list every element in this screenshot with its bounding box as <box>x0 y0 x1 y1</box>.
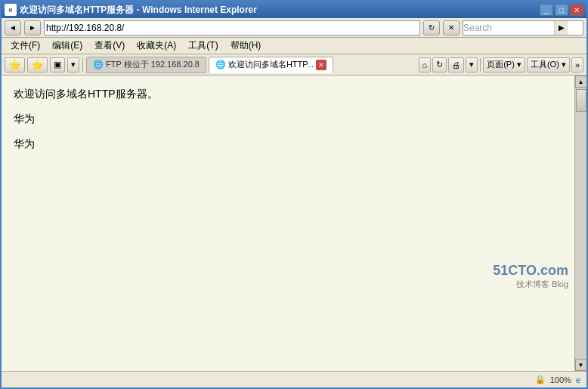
toolbar-dropdown[interactable]: ▾ <box>67 57 79 73</box>
scroll-thumb[interactable] <box>576 89 586 112</box>
menu-view[interactable]: 查看(V) <box>88 38 131 54</box>
secondary-toolbar-area: ⭐ ⭐ ▣ ▾ 🌐 FTP 根位于 192.168.20.8 🌐 欢迎访问多域名… <box>2 54 586 76</box>
tab-http-active[interactable]: 🌐 欢迎访问多域名HTTP... ✕ <box>209 57 333 73</box>
refresh-button[interactable]: ↻ <box>423 20 440 36</box>
ie-icon: e <box>5 4 17 16</box>
ie-logo-icon: e <box>576 375 580 384</box>
content-area: 欢迎访问多域名HTTP服务器。 华为 华为 51CTO.com 技术博客 Blo… <box>2 76 574 308</box>
content-line-1: 欢迎访问多域名HTTP服务器。 <box>14 85 562 103</box>
menu-file[interactable]: 文件(F) <box>5 38 46 54</box>
address-bar: ◄ ► ↻ ✕ ▶ <box>2 18 586 38</box>
watermark: 51CTO.com 技术博客 Blog <box>493 263 568 290</box>
search-wrapper: ▶ <box>463 20 583 36</box>
watermark-brand: 51CTO.com <box>493 263 568 279</box>
close-button[interactable]: ✕ <box>570 4 583 16</box>
home-button[interactable]: ⌂ <box>419 57 432 73</box>
tab-ftp-icon: 🌐 <box>93 60 104 69</box>
content-text: 欢迎访问多域名HTTP服务器。 华为 华为 <box>14 85 562 154</box>
more-button[interactable]: » <box>571 57 583 73</box>
forward-button[interactable]: ► <box>24 20 41 36</box>
search-input[interactable] <box>463 23 554 33</box>
content-wrapper: 欢迎访问多域名HTTP服务器。 华为 华为 51CTO.com 技术博客 Blo… <box>2 76 586 371</box>
tab-http-icon: 🌐 <box>215 60 226 69</box>
content-line-2: 华为 <box>14 110 562 128</box>
title-bar: e 欢迎访问多域名HTTP服务器 - Windows Internet Expl… <box>2 2 586 18</box>
browser-window: e 欢迎访问多域名HTTP服务器 - Windows Internet Expl… <box>0 0 588 389</box>
watermark-tagline: 技术博客 Blog <box>493 279 568 290</box>
content-line-3: 华为 <box>14 134 562 153</box>
search-go-button[interactable]: ▶ <box>554 21 568 35</box>
status-bar: 🔒 100% e <box>2 371 586 387</box>
menu-tools[interactable]: 工具(T) <box>182 38 224 54</box>
toolbar-separator-1 <box>82 58 83 72</box>
scrollbar-vertical[interactable]: ▲ ▼ <box>574 76 586 371</box>
address-input-wrapper <box>44 20 420 36</box>
page-button[interactable]: 页面(P) ▾ <box>483 57 525 73</box>
menu-edit[interactable]: 编辑(E) <box>46 38 88 54</box>
menu-bar: 文件(F) 编辑(E) 查看(V) 收藏夹(A) 工具(T) 帮助(H) <box>2 38 586 54</box>
address-input[interactable] <box>46 23 418 33</box>
scroll-track[interactable] <box>575 88 586 359</box>
tools-button[interactable]: 工具(O) ▾ <box>527 57 570 73</box>
status-icons: 🔒 100% e <box>535 375 580 384</box>
rss-button[interactable]: ▣ <box>50 57 65 73</box>
feeds-button[interactable]: ↻ <box>432 57 447 73</box>
title-bar-controls: _ □ ✕ <box>540 4 583 16</box>
minimize-button[interactable]: _ <box>540 4 553 16</box>
zoom-level: 100% <box>550 375 571 384</box>
tab-http-label: 欢迎访问多域名HTTP... <box>228 59 314 70</box>
add-favorites-button[interactable]: ⭐ <box>27 57 48 73</box>
menu-favorites[interactable]: 收藏夹(A) <box>131 38 182 54</box>
title-bar-left: e 欢迎访问多域名HTTP服务器 - Windows Internet Expl… <box>5 4 257 17</box>
protected-mode-icon: 🔒 <box>535 375 546 384</box>
window-title: 欢迎访问多域名HTTP服务器 - Windows Internet Explor… <box>20 4 257 17</box>
favorites-star-button[interactable]: ⭐ <box>5 57 25 73</box>
tab-close-button[interactable]: ✕ <box>316 60 326 70</box>
menu-help[interactable]: 帮助(H) <box>224 38 268 54</box>
scroll-down-button[interactable]: ▼ <box>575 359 587 371</box>
back-button[interactable]: ◄ <box>5 20 21 36</box>
tab-ftp-label: FTP 根位于 192.168.20.8 <box>106 59 200 70</box>
maximize-button[interactable]: □ <box>555 4 568 16</box>
print-button[interactable]: 🖨 <box>448 57 464 73</box>
tab-ftp[interactable]: 🌐 FTP 根位于 192.168.20.8 <box>86 57 206 73</box>
right-toolbar: ⌂ ↻ 🖨 ▾ 页面(P) ▾ 工具(O) ▾ » <box>419 57 583 73</box>
toolbar-separator-2 <box>480 58 481 72</box>
stop-button[interactable]: ✕ <box>443 20 460 36</box>
print-dropdown-button[interactable]: ▾ <box>466 57 478 73</box>
scroll-up-button[interactable]: ▲ <box>575 76 587 88</box>
